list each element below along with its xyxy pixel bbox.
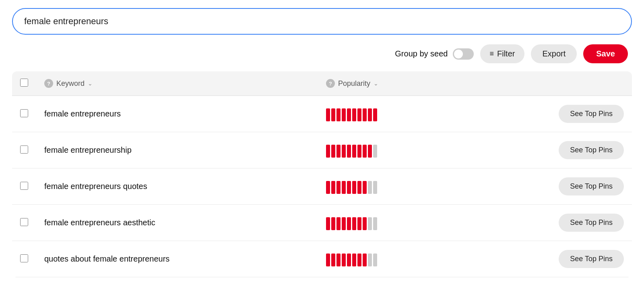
popularity-chevron-icon[interactable]: ⌄ xyxy=(374,80,378,87)
keyword-cell: female entrepreneurs xyxy=(36,96,318,132)
keyword-table: ? Keyword ⌄ ? Popularity ⌄ female entrep… xyxy=(12,71,632,277)
row-checkbox-4[interactable] xyxy=(20,254,28,262)
popularity-bar-filled xyxy=(347,181,351,194)
row-checkbox-2[interactable] xyxy=(20,182,28,190)
keyword-cell: female entrepreneurship xyxy=(36,132,318,168)
group-by-seed-label: Group by seed xyxy=(395,49,448,58)
popularity-bar-filled xyxy=(326,217,330,230)
see-top-pins-button-2[interactable]: See Top Pins xyxy=(559,177,624,195)
popularity-bar-filled xyxy=(368,145,372,158)
popularity-bar-filled xyxy=(347,145,351,158)
table-row: female entrepreneursSee Top Pins xyxy=(12,96,632,132)
header-popularity: ? Popularity ⌄ xyxy=(318,71,479,96)
action-cell: See Top Pins xyxy=(479,205,632,241)
popularity-bar-filled xyxy=(331,145,335,158)
row-checkbox-cell xyxy=(12,205,36,241)
popularity-bars xyxy=(326,143,471,158)
popularity-bar-empty xyxy=(368,217,372,230)
popularity-cell xyxy=(318,168,479,205)
table-header: ? Keyword ⌄ ? Popularity ⌄ xyxy=(12,71,632,96)
row-checkbox-cell xyxy=(12,241,36,277)
export-button[interactable]: Export xyxy=(531,44,577,63)
popularity-bars xyxy=(326,179,471,194)
popularity-bar-filled xyxy=(336,145,341,158)
row-checkbox-cell xyxy=(12,132,36,168)
popularity-bar-empty xyxy=(373,217,377,230)
popularity-bar-filled xyxy=(326,254,330,266)
export-label: Export xyxy=(542,49,566,58)
filter-button[interactable]: ≡ Filter xyxy=(480,44,525,63)
popularity-bar-filled xyxy=(368,108,372,121)
see-top-pins-button-3[interactable]: See Top Pins xyxy=(559,214,624,232)
popularity-bar-filled xyxy=(336,108,341,121)
popularity-bar-filled xyxy=(342,217,346,230)
filter-icon: ≡ xyxy=(490,50,494,58)
popularity-bar-filled xyxy=(336,181,341,194)
popularity-cell xyxy=(318,241,479,277)
keyword-chevron-icon[interactable]: ⌄ xyxy=(88,80,93,87)
popularity-bar-filled xyxy=(347,108,351,121)
popularity-bar-filled xyxy=(357,181,361,194)
popularity-bar-filled xyxy=(342,254,346,266)
popularity-bar-filled xyxy=(363,181,367,194)
keyword-cell: female entrepreneurs aesthetic xyxy=(36,205,318,241)
popularity-bar-filled xyxy=(363,254,367,266)
action-cell: See Top Pins xyxy=(479,168,632,205)
search-bar-wrapper xyxy=(12,8,632,35)
table-row: female entrepreneurs aestheticSee Top Pi… xyxy=(12,205,632,241)
popularity-bar-filled xyxy=(373,108,377,121)
row-checkbox-3[interactable] xyxy=(20,218,28,226)
popularity-cell xyxy=(318,96,479,132)
keyword-cell: quotes about female entrepreneurs xyxy=(36,241,318,277)
keyword-help-icon: ? xyxy=(44,79,53,88)
popularity-bar-empty xyxy=(373,145,377,158)
action-cell: See Top Pins xyxy=(479,132,632,168)
filter-label: Filter xyxy=(497,49,515,58)
header-actions xyxy=(479,71,632,96)
save-button[interactable]: Save xyxy=(583,44,628,63)
popularity-bar-filled xyxy=(357,217,361,230)
popularity-bar-empty xyxy=(373,254,377,266)
table-row: female entrepreneurs quotesSee Top Pins xyxy=(12,168,632,205)
popularity-bar-filled xyxy=(357,254,361,266)
group-by-seed-control: Group by seed xyxy=(395,48,473,60)
search-input[interactable] xyxy=(12,8,632,35)
popularity-bar-filled xyxy=(326,108,330,121)
popularity-bar-filled xyxy=(352,254,356,266)
popularity-bars xyxy=(326,216,471,230)
popularity-bar-filled xyxy=(363,217,367,230)
keyword-header-label: Keyword xyxy=(56,79,85,88)
see-top-pins-button-4[interactable]: See Top Pins xyxy=(559,250,624,268)
popularity-bar-filled xyxy=(357,108,361,121)
popularity-bar-empty xyxy=(368,254,372,266)
popularity-bar-filled xyxy=(342,181,346,194)
popularity-bar-empty xyxy=(368,181,372,194)
popularity-bar-filled xyxy=(331,254,335,266)
popularity-bars xyxy=(326,252,471,266)
popularity-bar-filled xyxy=(342,145,346,158)
row-checkbox-1[interactable] xyxy=(20,146,28,154)
popularity-help-icon: ? xyxy=(326,79,335,88)
popularity-bar-filled xyxy=(352,145,356,158)
popularity-bar-filled xyxy=(363,145,367,158)
group-by-seed-toggle[interactable] xyxy=(453,48,474,60)
popularity-bar-filled xyxy=(336,254,341,266)
popularity-bar-filled xyxy=(347,254,351,266)
popularity-bar-filled xyxy=(331,181,335,194)
popularity-bar-filled xyxy=(326,145,330,158)
popularity-bar-filled xyxy=(331,108,335,121)
see-top-pins-button-0[interactable]: See Top Pins xyxy=(559,105,624,123)
table-body: female entrepreneursSee Top Pinsfemale e… xyxy=(12,96,632,277)
action-cell: See Top Pins xyxy=(479,96,632,132)
popularity-bar-filled xyxy=(352,217,356,230)
see-top-pins-button-1[interactable]: See Top Pins xyxy=(559,141,624,159)
row-checkbox-0[interactable] xyxy=(20,109,28,117)
header-checkbox-cell xyxy=(12,71,36,96)
select-all-checkbox[interactable] xyxy=(20,79,28,87)
popularity-bar-filled xyxy=(352,108,356,121)
row-checkbox-cell xyxy=(12,168,36,205)
popularity-cell xyxy=(318,132,479,168)
popularity-bar-filled xyxy=(336,217,341,230)
popularity-cell xyxy=(318,205,479,241)
table-row: quotes about female entrepreneursSee Top… xyxy=(12,241,632,277)
